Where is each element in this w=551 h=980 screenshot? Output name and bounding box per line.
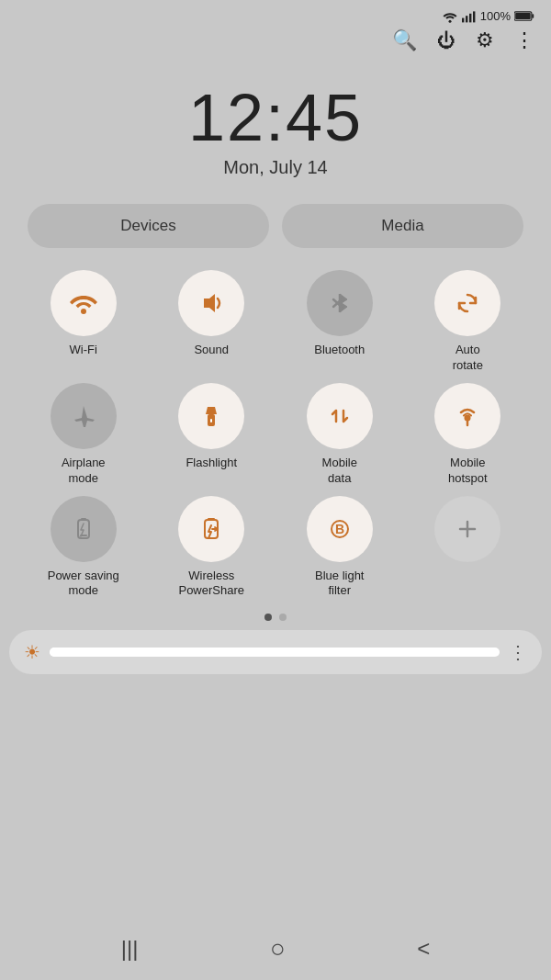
svg-rect-6: [515, 13, 531, 19]
mobiledata-label: Mobile data: [322, 456, 357, 487]
flashlight-label: Flashlight: [186, 456, 237, 471]
dot-1: [264, 614, 272, 621]
status-bar: 100%: [0, 0, 551, 27]
svg-rect-18: [81, 518, 86, 521]
svg-text:B: B: [335, 522, 344, 536]
svg-rect-1: [462, 17, 464, 22]
powersaving-label: Power saving mode: [48, 569, 119, 600]
add-icon: [451, 513, 484, 546]
back-button[interactable]: <: [417, 936, 430, 962]
quick-settings: Wi-Fi Sound Bluetooth: [0, 257, 551, 599]
recent-apps-button[interactable]: |||: [121, 936, 139, 962]
wifi-label: Wi-Fi: [70, 343, 97, 358]
qs-item-sound[interactable]: Sound: [151, 270, 274, 374]
hotspot-icon: [451, 400, 484, 433]
tab-row: Devices Media: [0, 187, 551, 257]
qs-item-bluetooth[interactable]: Bluetooth: [278, 270, 401, 374]
bluelightfilter-label: Blue light filter: [315, 569, 364, 600]
bluetooth-label: Bluetooth: [314, 343, 365, 358]
clock-section: 12:45 Mon, July 14: [0, 62, 551, 187]
sound-icon-circle: [178, 270, 244, 336]
brightness-track[interactable]: [50, 648, 500, 657]
qs-item-powershare[interactable]: Wireless PowerShare: [151, 496, 274, 600]
svg-rect-20: [208, 518, 215, 521]
search-button[interactable]: 🔍: [392, 28, 417, 52]
qs-item-hotspot[interactable]: Mobile hotspot: [407, 383, 530, 487]
svg-point-0: [448, 19, 451, 22]
clock-time: 12:45: [0, 80, 551, 155]
battery-icon: [514, 10, 534, 22]
autorotate-icon-circle: [434, 270, 500, 336]
airplane-label: Airplane mode: [62, 456, 106, 487]
powersaving-icon: [67, 513, 100, 546]
home-button[interactable]: ○: [270, 934, 286, 963]
brightness-icon: ☀: [24, 641, 40, 663]
flashlight-icon: [195, 400, 228, 433]
svg-rect-4: [473, 11, 475, 22]
bluetooth-icon: [323, 287, 356, 320]
wifi-status-icon: [442, 10, 458, 23]
dot-2: [279, 614, 287, 621]
svg-point-8: [81, 309, 86, 314]
power-button[interactable]: ⏻: [437, 30, 455, 51]
battery-percent: 100%: [480, 9, 511, 23]
brightness-more-button[interactable]: ⋮: [509, 641, 527, 663]
tab-devices[interactable]: Devices: [28, 204, 269, 248]
autorotate-label: Auto rotate: [453, 343, 483, 374]
mobiledata-icon-circle: [307, 383, 373, 449]
qs-item-mobiledata[interactable]: Mobile data: [278, 383, 401, 487]
hotspot-icon-circle: [434, 383, 500, 449]
svg-rect-2: [466, 16, 467, 22]
qs-grid: Wi-Fi Sound Bluetooth: [22, 270, 529, 599]
signal-icon: [462, 10, 477, 23]
mobiledata-icon: [323, 400, 356, 433]
brightness-bar[interactable]: ☀ ⋮: [9, 630, 542, 674]
brightness-fill: [50, 648, 239, 657]
qs-item-bluelightfilter[interactable]: B Blue light filter: [278, 496, 401, 600]
nav-bar: ||| ○ <: [0, 918, 551, 980]
add-icon-circle: [434, 496, 500, 562]
powersaving-icon-circle: [51, 496, 117, 562]
powershare-icon-circle: [178, 496, 244, 562]
qs-item-flashlight[interactable]: Flashlight: [151, 383, 274, 487]
status-icons: 100%: [442, 9, 534, 23]
bluelightfilter-icon: B: [323, 513, 356, 546]
powershare-label: Wireless PowerShare: [178, 569, 244, 600]
svg-rect-7: [532, 14, 534, 18]
wifi-icon: [67, 287, 100, 320]
powershare-icon: [195, 513, 228, 546]
qs-item-powersaving[interactable]: Power saving mode: [22, 496, 145, 600]
svg-rect-3: [469, 13, 471, 22]
qs-item-airplane[interactable]: Airplane mode: [22, 383, 145, 487]
tab-media[interactable]: Media: [282, 204, 523, 248]
wifi-icon-circle: [51, 270, 117, 336]
airplane-icon: [67, 400, 100, 433]
qs-item-add[interactable]: [407, 496, 530, 600]
flashlight-icon-circle: [178, 383, 244, 449]
hotspot-label: Mobile hotspot: [448, 456, 488, 487]
pagination-dots: [0, 599, 551, 630]
airplane-icon-circle: [51, 383, 117, 449]
top-actions: 🔍 ⏻ ⚙ ⋮: [0, 27, 551, 62]
bluetooth-icon-circle: [307, 270, 373, 336]
qs-item-autorotate[interactable]: Auto rotate: [407, 270, 530, 374]
sound-label: Sound: [194, 343, 229, 358]
bluelightfilter-icon-circle: B: [307, 496, 373, 562]
qs-item-wifi[interactable]: Wi-Fi: [22, 270, 145, 374]
autorotate-icon: [451, 287, 484, 320]
svg-marker-9: [204, 294, 215, 312]
sound-icon: [195, 287, 228, 320]
clock-date: Mon, July 14: [0, 157, 551, 178]
settings-button[interactable]: ⚙: [476, 28, 494, 52]
more-button[interactable]: ⋮: [514, 28, 534, 52]
